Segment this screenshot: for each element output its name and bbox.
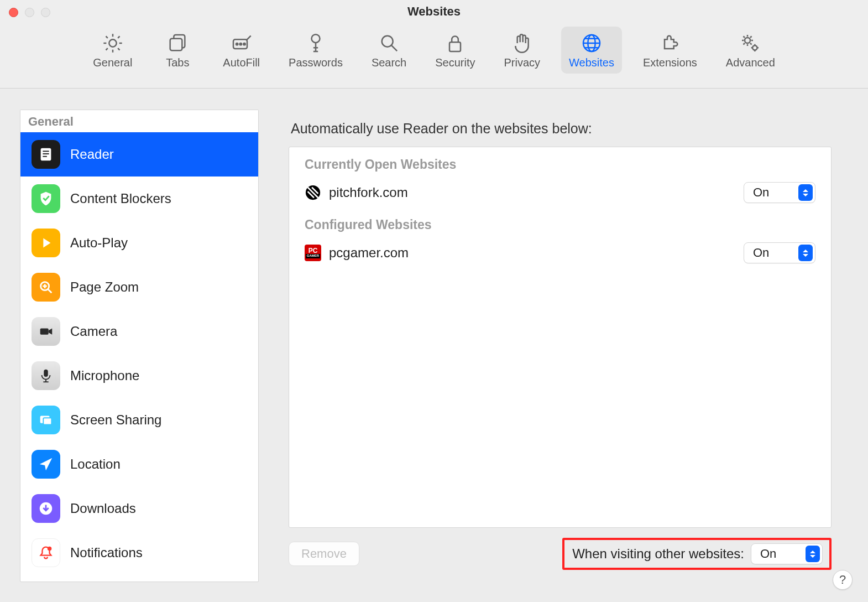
other-websites-highlight: When visiting other websites: On — [562, 538, 832, 570]
svg-rect-8 — [449, 42, 461, 51]
svg-point-7 — [381, 36, 393, 47]
camera-icon — [32, 317, 60, 346]
sidebar-item-location[interactable]: Location — [20, 442, 258, 486]
site-domain: pcgamer.com — [329, 245, 409, 261]
pane-footer: Remove When visiting other websites: On — [289, 538, 832, 570]
location-icon — [32, 450, 60, 479]
tabs-icon — [166, 32, 189, 54]
sidebar-item-label: Downloads — [70, 501, 136, 516]
sidebar-item-label: Page Zoom — [70, 279, 139, 295]
sidebar-list: Reader Content Blockers Auto-Play Page Z… — [20, 132, 258, 582]
help-icon: ? — [839, 573, 846, 587]
svg-point-3 — [236, 43, 238, 45]
svg-point-0 — [109, 39, 116, 46]
table-row[interactable]: pitchfork.com On — [289, 175, 831, 210]
preferences-toolbar: General Tabs AutoFill Passwords Search S… — [0, 27, 868, 74]
svg-point-4 — [239, 43, 241, 45]
svg-rect-19 — [44, 370, 48, 377]
toolbar-advanced[interactable]: Advanced — [718, 27, 783, 74]
sidebar-item-page-zoom[interactable]: Page Zoom — [20, 265, 258, 309]
content-area: General Reader Content Blockers Auto-Pla… — [0, 94, 868, 602]
other-websites-label: When visiting other websites: — [572, 546, 744, 562]
sidebar-item-downloads[interactable]: Downloads — [20, 486, 258, 531]
websites-table: Currently Open Websites pitchfork.com On… — [289, 147, 832, 528]
play-icon — [32, 229, 60, 257]
favicon-pitchfork — [305, 184, 321, 201]
mic-icon — [32, 361, 60, 390]
sidebar-item-content-blockers[interactable]: Content Blockers — [20, 177, 258, 221]
reader-toggle-dropdown[interactable]: On — [744, 182, 815, 203]
toolbar-privacy[interactable]: Privacy — [496, 27, 548, 74]
reader-icon — [32, 140, 60, 169]
sidebar-item-label: Location — [70, 456, 121, 472]
sidebar-item-label: Auto-Play — [70, 235, 128, 251]
pane-heading: Automatically use Reader on the websites… — [291, 121, 832, 137]
key-icon — [305, 32, 327, 54]
preferences-toolbar-region: Websites General Tabs AutoFill Passwords… — [0, 0, 868, 89]
reader-toggle-dropdown[interactable]: On — [744, 242, 815, 263]
svg-point-5 — [243, 43, 245, 45]
svg-rect-16 — [43, 156, 47, 157]
toolbar-tabs[interactable]: Tabs — [153, 27, 202, 74]
svg-point-12 — [752, 45, 757, 50]
sidebar-item-reader[interactable]: Reader — [20, 132, 258, 177]
other-websites-dropdown[interactable]: On — [751, 543, 823, 564]
svg-rect-14 — [43, 150, 49, 152]
svg-rect-18 — [40, 328, 49, 334]
screen-icon — [32, 406, 60, 434]
toolbar-label: AutoFill — [223, 56, 260, 69]
toolbar-general[interactable]: General — [85, 27, 140, 74]
sidebar-item-label: Screen Sharing — [70, 412, 161, 428]
svg-point-25 — [48, 547, 52, 551]
window-title: Websites — [0, 4, 868, 19]
toolbar-label: Tabs — [166, 56, 189, 69]
gears-icon — [739, 32, 761, 54]
dropdown-value: On — [760, 547, 801, 561]
sidebar-item-screen-sharing[interactable]: Screen Sharing — [20, 398, 258, 442]
sidebar-item-microphone[interactable]: Microphone — [20, 354, 258, 398]
toolbar-websites[interactable]: Websites — [561, 27, 622, 74]
section-configured-websites: Configured Websites — [289, 210, 831, 236]
toolbar-search[interactable]: Search — [364, 27, 414, 74]
toolbar-label: General — [93, 56, 132, 69]
dropdown-value: On — [753, 185, 794, 200]
detail-pane: Automatically use Reader on the websites… — [272, 110, 848, 582]
help-button[interactable]: ? — [833, 570, 853, 590]
sidebar-item-label: Reader — [70, 147, 114, 162]
bell-icon — [32, 538, 60, 567]
shield-icon — [32, 184, 60, 213]
favicon-pcgamer: PC GAMER — [305, 245, 321, 261]
lock-icon — [444, 32, 466, 54]
chevron-up-down-icon — [798, 184, 813, 201]
puzzle-icon — [659, 32, 681, 54]
sidebar-item-label: Camera — [70, 324, 117, 339]
toolbar-label: Websites — [569, 56, 614, 69]
zoom-icon — [32, 273, 60, 302]
toolbar-label: Search — [372, 56, 406, 69]
category-sidebar: General Reader Content Blockers Auto-Pla… — [20, 110, 259, 582]
chevron-up-down-icon — [806, 546, 820, 562]
toolbar-label: Advanced — [726, 56, 775, 69]
toolbar-label: Extensions — [643, 56, 697, 69]
sidebar-item-notifications[interactable]: Notifications — [20, 531, 258, 575]
sidebar-item-camera[interactable]: Camera — [20, 309, 258, 354]
toolbar-label: Privacy — [504, 56, 541, 69]
gear-icon — [102, 32, 124, 54]
sidebar-item-label: Content Blockers — [70, 191, 171, 206]
svg-point-11 — [745, 38, 750, 43]
toolbar-label: Passwords — [289, 56, 343, 69]
toolbar-autofill[interactable]: AutoFill — [215, 27, 268, 74]
sidebar-section-header: General — [20, 110, 258, 132]
autofill-icon — [231, 32, 253, 54]
table-row[interactable]: PC GAMER pcgamer.com On — [289, 236, 831, 270]
chevron-up-down-icon — [798, 245, 813, 261]
sidebar-item-auto-play[interactable]: Auto-Play — [20, 221, 258, 265]
toolbar-security[interactable]: Security — [427, 27, 483, 74]
remove-button[interactable]: Remove — [289, 542, 359, 566]
toolbar-label: Security — [435, 56, 475, 69]
svg-rect-15 — [43, 153, 49, 154]
svg-point-6 — [311, 34, 320, 43]
toolbar-passwords[interactable]: Passwords — [281, 27, 351, 74]
toolbar-extensions[interactable]: Extensions — [635, 27, 705, 74]
sidebar-item-label: Microphone — [70, 368, 139, 383]
